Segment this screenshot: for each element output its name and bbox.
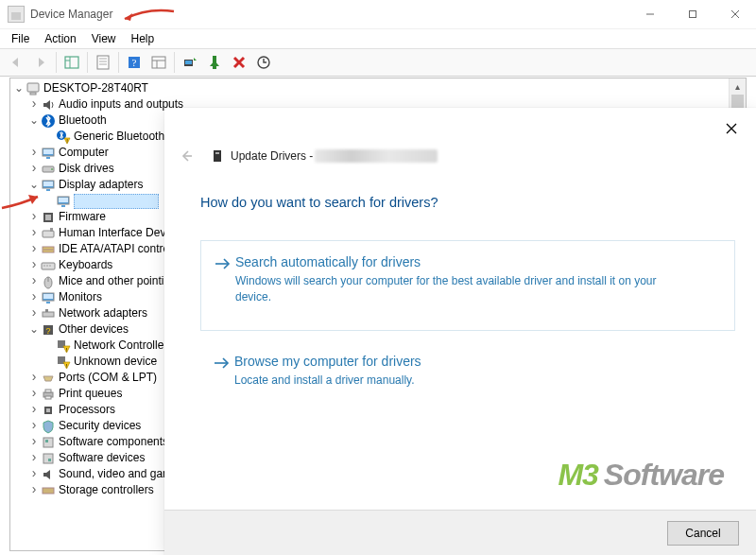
monitor-icon	[41, 290, 56, 305]
menu-view[interactable]: View	[84, 30, 124, 47]
expander-icon[interactable]	[27, 289, 41, 305]
tree-label: Processors	[59, 402, 115, 418]
menu-action[interactable]: Action	[37, 30, 83, 47]
warning-icon: !	[56, 338, 71, 354]
tree-label: Other devices	[59, 321, 129, 338]
tree-label: Software devices	[59, 450, 145, 466]
svg-rect-17	[185, 61, 192, 64]
show-hide-tree-button[interactable]	[60, 51, 83, 74]
option-search-automatically[interactable]: Search automatically for drivers Windows…	[200, 240, 735, 331]
svg-point-45	[43, 265, 44, 266]
menubar: File Action View Help	[0, 29, 756, 48]
dialog-back-button[interactable]	[178, 147, 195, 165]
bluetooth-icon	[41, 113, 56, 129]
uninstall-device-button[interactable]	[228, 51, 250, 74]
expander-icon[interactable]	[27, 96, 41, 113]
expander-icon[interactable]	[27, 113, 41, 129]
expander-icon[interactable]	[27, 482, 41, 498]
expander-icon[interactable]	[27, 257, 41, 273]
hid-icon	[41, 226, 56, 241]
svg-rect-36	[59, 198, 68, 202]
computer-icon	[41, 146, 56, 161]
menu-file[interactable]: File	[4, 30, 37, 47]
expander-icon[interactable]	[27, 145, 41, 161]
nav-forward-button[interactable]	[29, 51, 52, 74]
svg-rect-52	[46, 302, 50, 304]
nav-back-button[interactable]	[5, 51, 27, 74]
expander-icon[interactable]	[27, 273, 41, 289]
minimize-button[interactable]	[628, 0, 671, 28]
expander-icon[interactable]	[27, 161, 41, 177]
arrow-right-icon	[214, 354, 234, 389]
expander-icon[interactable]	[27, 386, 41, 402]
tree-label: Software components	[59, 434, 168, 450]
svg-rect-44	[42, 263, 55, 269]
dialog-header: Update Drivers -	[178, 147, 438, 165]
ports-icon	[41, 371, 56, 386]
svg-rect-63	[45, 396, 51, 399]
cancel-button[interactable]: Cancel	[667, 521, 739, 546]
expander-icon[interactable]	[27, 225, 41, 241]
expander-icon[interactable]	[27, 418, 41, 434]
expander-icon[interactable]	[27, 402, 41, 418]
svg-rect-37	[61, 205, 65, 207]
arrow-right-icon	[215, 254, 235, 315]
tree-root-label: DESKTOP-28T40RT	[43, 80, 148, 96]
tree-label: Ports (COM & LPT)	[59, 370, 157, 386]
storage-controller-icon	[41, 483, 56, 498]
expander-icon[interactable]	[27, 321, 41, 338]
expander-icon[interactable]	[27, 466, 41, 482]
tree-label: Monitors	[59, 289, 102, 305]
tree-root[interactable]: DESKTOP-28T40RT	[10, 80, 730, 96]
svg-rect-65	[46, 408, 50, 412]
expander-icon[interactable]	[27, 209, 41, 225]
enable-device-button[interactable]	[203, 51, 226, 74]
svg-rect-69	[48, 459, 51, 461]
option-title: Search automatically for drivers	[235, 254, 689, 269]
toolbar-separator	[118, 52, 119, 73]
close-button[interactable]	[713, 0, 756, 28]
other-icon: ?	[41, 322, 56, 338]
expander-icon[interactable]	[27, 177, 41, 193]
menu-help[interactable]: Help	[124, 30, 163, 47]
svg-point-31	[51, 168, 53, 170]
dialog-footer: Cancel	[164, 510, 756, 555]
tree-label: Network adapters	[59, 305, 147, 321]
app-icon	[8, 6, 25, 23]
option-browse-computer[interactable]: Browse my computer for drivers Locate an…	[200, 350, 735, 396]
properties-button[interactable]	[92, 51, 114, 74]
help-button[interactable]: ?	[123, 51, 146, 74]
svg-rect-4	[65, 57, 78, 68]
option-description: Windows will search your computer for th…	[235, 273, 689, 305]
tree-label: Security devices	[59, 418, 141, 434]
svg-rect-70	[43, 488, 54, 494]
action-button[interactable]	[147, 51, 170, 74]
dialog-question: How do you want to search for drivers?	[200, 195, 438, 210]
expander-icon[interactable]	[12, 80, 26, 96]
svg-text:?: ?	[132, 57, 137, 68]
svg-rect-62	[45, 390, 51, 392]
expander-icon[interactable]	[27, 305, 41, 321]
svg-point-46	[46, 265, 47, 266]
svg-rect-29	[46, 157, 50, 159]
update-driver-button[interactable]	[179, 51, 201, 74]
drive-icon	[210, 148, 225, 164]
expander-icon[interactable]	[27, 370, 41, 386]
tree-label: Computer	[59, 145, 109, 161]
expander-icon[interactable]	[27, 241, 41, 257]
expander-icon[interactable]	[27, 434, 41, 450]
cpu-icon	[41, 403, 56, 418]
scrollbar-up-arrow[interactable]: ▴	[730, 78, 746, 95]
svg-rect-51	[43, 294, 53, 299]
tree-label: Keyboards	[59, 257, 112, 273]
bluetooth-warning-icon: !	[56, 130, 71, 145]
dialog-title-prefix: Update Drivers -	[231, 149, 313, 163]
svg-rect-34	[46, 189, 50, 191]
scan-hardware-button[interactable]	[252, 51, 275, 74]
dialog-close-button[interactable]	[720, 117, 743, 140]
toolbar: ?	[0, 48, 756, 77]
maximize-button[interactable]	[671, 0, 713, 28]
software-component-icon	[41, 435, 56, 450]
expander-icon[interactable]	[27, 450, 41, 466]
sound-icon	[41, 467, 56, 482]
